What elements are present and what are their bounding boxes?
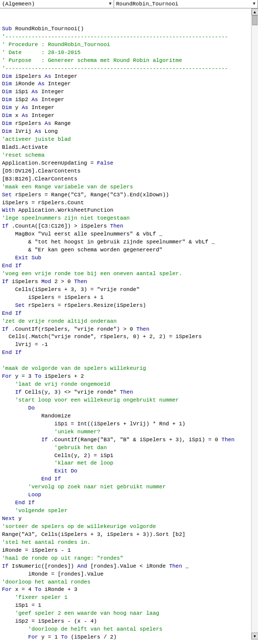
scroll-up-button[interactable]: ▲ bbox=[252, 8, 258, 15]
top-bar: (Algemeen) ▼ RoundRobin_Tournooi ▼ bbox=[0, 0, 258, 8]
scroll-track[interactable] bbox=[252, 15, 258, 633]
code-editor[interactable]: Sub RoundRobin_Tournooi() '-------------… bbox=[0, 8, 251, 640]
code-block: Sub RoundRobin_Tournooi() '-------------… bbox=[2, 25, 249, 640]
scroll-thumb[interactable] bbox=[252, 15, 258, 25]
right-select[interactable]: RoundRobin_Tournooi bbox=[116, 1, 256, 7]
left-select-container[interactable]: (Algemeen) ▼ bbox=[0, 0, 114, 8]
left-select[interactable]: (Algemeen) bbox=[2, 1, 112, 7]
right-select-container[interactable]: RoundRobin_Tournooi ▼ bbox=[114, 0, 258, 8]
scroll-down-button[interactable]: ▼ bbox=[252, 633, 258, 640]
scrollbar[interactable]: ▲ ▼ bbox=[251, 8, 258, 640]
